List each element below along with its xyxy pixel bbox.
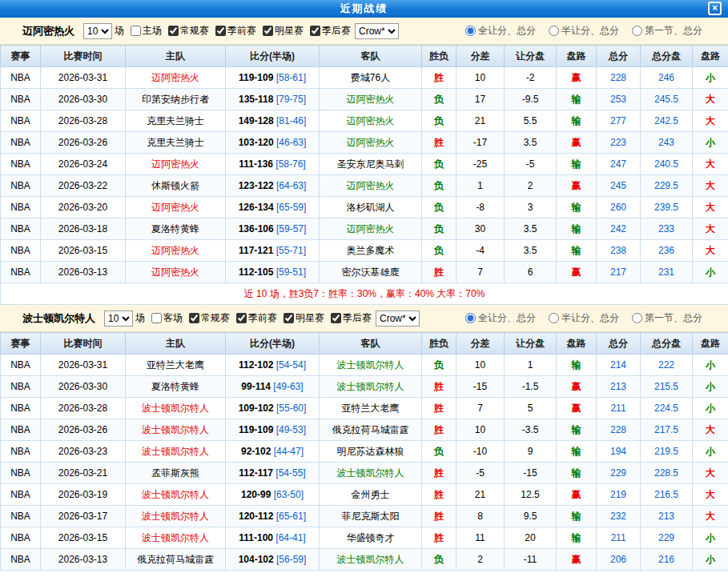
- mode-radio-group: 全让分、总分半让分、总分第一节、总分: [454, 311, 717, 325]
- filter-option[interactable]: 客场: [147, 311, 183, 325]
- home-team-cell: 亚特兰大老鹰: [126, 355, 226, 376]
- total-line-cell: 228.5: [641, 463, 693, 484]
- date-cell: 2026-03-31: [41, 355, 126, 376]
- column-header-8: 盘路: [557, 333, 597, 355]
- handicap-line-cell: 9: [505, 441, 557, 463]
- mode-radio-2[interactable]: [632, 313, 642, 323]
- point-diff-cell: 11: [457, 527, 505, 549]
- handicap-result-cell: 赢: [557, 262, 597, 283]
- filter-checkbox-季后赛[interactable]: [331, 313, 341, 323]
- over-under-cell: 大: [693, 89, 728, 110]
- filter-checkbox-季前赛[interactable]: [236, 313, 247, 323]
- total-line-cell: 224.5: [641, 398, 693, 419]
- score-cell: 123-122 [64-63]: [226, 175, 320, 197]
- over-under-cell: 大: [693, 154, 728, 175]
- filter-checkbox-常规赛[interactable]: [189, 313, 199, 323]
- win-loss-cell: 胜: [422, 132, 457, 154]
- close-icon[interactable]: ×: [708, 2, 722, 15]
- handicap-line-cell: -15: [505, 463, 557, 484]
- filter-option[interactable]: 常规赛: [184, 311, 230, 325]
- filter-option-label: 明星赛: [296, 311, 324, 325]
- games-count-select[interactable]: 10: [83, 23, 112, 39]
- filter-option[interactable]: 季后赛: [305, 24, 351, 38]
- mode-radio-2[interactable]: [632, 26, 642, 36]
- mode-radio-1[interactable]: [549, 26, 559, 36]
- total-line-cell: 217.5: [641, 419, 693, 441]
- home-team-cell: 迈阿密热火: [126, 67, 226, 89]
- mode-radio-0[interactable]: [465, 313, 476, 323]
- mode-radio-0[interactable]: [465, 26, 476, 36]
- handicap-result-cell: 输: [557, 154, 597, 175]
- table-row: NBA2026-03-26波士顿凯尔特人119-109 [49-53]俄克拉荷马…: [1, 419, 728, 441]
- point-diff-cell: 17: [457, 89, 505, 110]
- point-diff-cell: -4: [457, 240, 505, 262]
- total-points-cell: 213: [597, 376, 641, 398]
- handicap-line-cell: -9.5: [505, 89, 557, 110]
- total-points-cell: 217: [597, 262, 641, 283]
- filter-checkbox-常规赛[interactable]: [168, 26, 179, 36]
- filter-option[interactable]: 常规赛: [163, 24, 209, 38]
- filter-option[interactable]: 季前赛: [231, 311, 277, 325]
- league-cell: NBA: [1, 132, 41, 154]
- score-cell: 119-109 [58-61]: [226, 67, 320, 89]
- filter-option[interactable]: 明星赛: [279, 311, 324, 325]
- mode-option[interactable]: 全让分、总分: [465, 24, 536, 38]
- filter-bar: 迈阿密热火10场主场常规赛季前赛明星赛季后赛Crow*全让分、总分半让分、总分第…: [0, 18, 728, 45]
- mode-option-label: 第一节、总分: [645, 311, 702, 325]
- away-team-cell: 密尔沃基雄鹿: [320, 262, 422, 283]
- point-diff-cell: 21: [457, 110, 505, 132]
- mode-option[interactable]: 半让分、总分: [549, 311, 619, 325]
- total-points-cell: 253: [597, 89, 641, 110]
- filter-checkbox-明星赛[interactable]: [263, 26, 273, 36]
- filter-checkbox-主场[interactable]: [131, 26, 141, 36]
- filter-checkbox-客场[interactable]: [151, 313, 162, 323]
- table-row: NBA2026-03-31迈阿密热火119-109 [58-61]费城76人胜1…: [1, 67, 728, 89]
- total-line-cell: 242.5: [641, 110, 693, 132]
- company-select[interactable]: Crow*: [355, 23, 399, 39]
- date-cell: 2026-03-18: [41, 218, 126, 240]
- table-row: NBA2026-03-24迈阿密热火111-136 [58-76]圣安东尼奥马刺…: [1, 154, 728, 175]
- filter-option[interactable]: 主场: [126, 24, 162, 38]
- column-header-3: 比分(半场): [226, 333, 320, 355]
- filter-checkbox-明星赛[interactable]: [284, 313, 294, 323]
- mode-option[interactable]: 半让分、总分: [549, 24, 619, 38]
- mode-option[interactable]: 全让分、总分: [465, 311, 536, 325]
- company-select[interactable]: Crow*: [376, 311, 420, 327]
- handicap-line-cell: -2: [505, 67, 557, 89]
- filter-checkbox-季前赛[interactable]: [215, 26, 226, 36]
- filter-option[interactable]: 季前赛: [211, 24, 256, 38]
- win-loss-cell: 胜: [422, 506, 457, 527]
- league-cell: NBA: [1, 154, 41, 175]
- over-under-cell: 大: [693, 419, 728, 441]
- filter-checkbox-季后赛[interactable]: [310, 26, 320, 36]
- total-line-cell: 229: [641, 527, 693, 549]
- title-bar: 近期战绩 ×: [0, 0, 728, 18]
- home-team-cell: 波士顿凯尔特人: [126, 419, 226, 441]
- win-loss-cell: 负: [422, 240, 457, 262]
- column-header-10: 总分盘: [641, 333, 693, 355]
- table-row: NBA2026-03-28克里夫兰骑士149-128 [81-46]迈阿密热火负…: [1, 110, 728, 132]
- table-row: NBA2026-03-13迈阿密热火112-105 [59-51]密尔沃基雄鹿胜…: [1, 262, 728, 283]
- date-cell: 2026-03-15: [41, 527, 126, 549]
- mode-option[interactable]: 第一节、总分: [632, 24, 702, 38]
- filter-option-label: 季前赛: [227, 24, 256, 38]
- over-under-cell: 大: [693, 218, 728, 240]
- mode-radio-group: 全让分、总分半让分、总分第一节、总分: [454, 24, 717, 38]
- score-cell: 136-106 [59-57]: [226, 218, 320, 240]
- column-header-2: 主队: [126, 333, 226, 355]
- mode-option[interactable]: 第一节、总分: [632, 311, 702, 325]
- games-count-select[interactable]: 10: [104, 311, 133, 327]
- home-team-cell: 克里夫兰骑士: [126, 110, 226, 132]
- table-row: NBA2026-03-30印第安纳步行者135-118 [79-75]迈阿密热火…: [1, 89, 728, 110]
- focus-team-name: 迈阿密热火: [22, 24, 74, 38]
- column-header-0: 赛事: [1, 46, 41, 67]
- away-team-cell: 迈阿密热火: [320, 110, 422, 132]
- handicap-line-cell: 12.5: [505, 484, 557, 506]
- mode-radio-1[interactable]: [549, 313, 559, 323]
- win-loss-cell: 负: [422, 110, 457, 132]
- handicap-line-cell: -3.5: [505, 419, 557, 441]
- filter-option[interactable]: 季后赛: [326, 311, 372, 325]
- column-header-11: 盘路: [693, 333, 728, 355]
- filter-option[interactable]: 明星赛: [258, 24, 304, 38]
- table-row: NBA2026-03-17波士顿凯尔特人120-112 [65-61]菲尼克斯太…: [1, 506, 728, 527]
